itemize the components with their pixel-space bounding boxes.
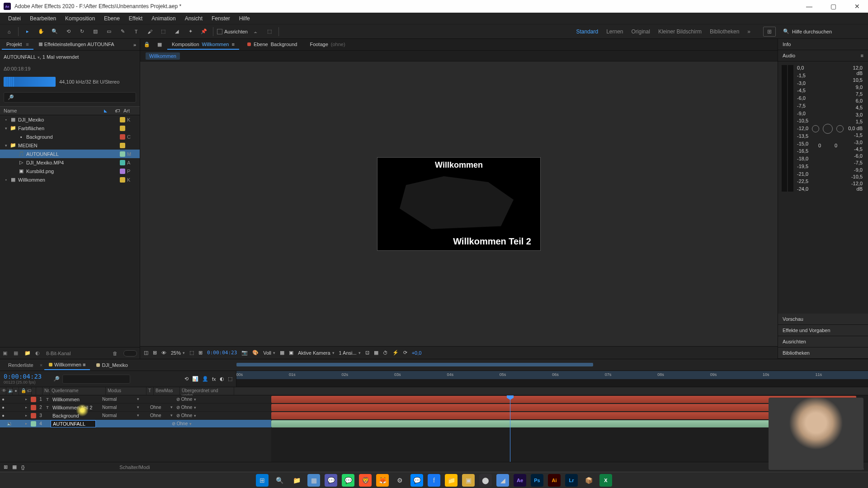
project-item[interactable]: ▾📁MEDIEN [0, 141, 140, 150]
start-icon[interactable]: ⊞ [256, 474, 269, 487]
timeline-timecode[interactable]: 0:00:04:23 [4, 373, 46, 380]
timeline-layer[interactable]: ●▸2TWillkommen Teil 2Normal▾Ohne▾⊘ Ohne … [0, 404, 271, 412]
tl-comp-icon[interactable]: ⟲ [184, 376, 189, 382]
menu-komposition[interactable]: Komposition [61, 14, 99, 23]
comp-tab-layer-icon[interactable]: ▦ [156, 42, 164, 47]
res-select[interactable]: Voll▾ [263, 350, 275, 356]
brave-icon[interactable]: 🦁 [359, 474, 372, 487]
brush-tool[interactable]: 🖌 [144, 26, 155, 37]
shape-tool[interactable]: ▭ [104, 26, 114, 37]
files-icon[interactable]: 📁 [445, 474, 458, 487]
col-t[interactable]: T [146, 387, 154, 395]
tab-effects[interactable]: Effekteinstellungen AUTOUNFA [34, 40, 131, 50]
firefox-icon[interactable]: 🦊 [376, 474, 389, 487]
lr-icon[interactable]: Lr [565, 474, 578, 487]
ws-original[interactable]: Original [632, 28, 650, 35]
new-comp-icon[interactable]: ▦ [14, 350, 21, 356]
col-parent[interactable]: Übergeordnet und verkn... [180, 387, 234, 395]
eraser-tool[interactable]: ◢ [171, 26, 182, 37]
tab-vorschau[interactable]: Vorschau [778, 314, 868, 325]
search-taskbar-icon[interactable]: 🔍 [273, 474, 286, 487]
close-tab-icon[interactable]: × [40, 362, 42, 368]
search-toggle[interactable] [123, 350, 137, 357]
mask-icon[interactable]: 👁 [161, 350, 166, 356]
ws-standard[interactable]: Standard [576, 28, 598, 35]
comp-breadcrumb[interactable]: Willkommen [146, 52, 180, 60]
menu-ebene[interactable]: Ebene [99, 14, 124, 23]
project-item[interactable]: ▪BackgroundC [0, 132, 140, 141]
close-button[interactable]: ✕ [850, 1, 864, 12]
tab-audio[interactable]: Audio≡ [778, 50, 868, 61]
snap-tool[interactable]: ⫠ [250, 26, 261, 37]
mask-tool[interactable]: ⬚ [264, 26, 275, 37]
tl-tab-dji[interactable]: DJI_Mexiko [92, 361, 132, 370]
app3-icon[interactable]: ◢ [496, 474, 509, 487]
project-item[interactable]: ▪▦WillkommenK [0, 175, 140, 184]
menu-bearbeiten[interactable]: Bearbeiten [25, 14, 61, 23]
explorer-icon[interactable]: 📁 [290, 474, 303, 487]
roto-tool[interactable]: ✦ [185, 26, 196, 37]
menu-hilfe[interactable]: Hilfe [235, 14, 255, 23]
zoom-select[interactable]: 25%▾ [171, 350, 185, 356]
project-search[interactable]: 🔎 [4, 92, 136, 103]
timeline-layer[interactable]: 🔉▸4⊘ Ohne ▾ [0, 420, 271, 428]
ws-edit-icon[interactable]: ⊞ [763, 27, 776, 37]
obs-icon[interactable]: ⬤ [479, 474, 492, 487]
excel-icon[interactable]: X [599, 474, 612, 487]
ws-lernen[interactable]: Lernen [606, 28, 623, 35]
home-icon[interactable]: ⌂ [4, 26, 14, 37]
ws-bib[interactable]: Bibliotheken [710, 28, 739, 35]
timeline-layer[interactable]: ●▸3BackgroundNormal▾Ohne▾⊘ Ohne ▾ [0, 412, 271, 420]
new-adjust-icon[interactable]: ◐ [35, 350, 42, 356]
pen-tool[interactable]: ✎ [117, 26, 128, 37]
ws-more-icon[interactable]: » [747, 28, 750, 35]
tl-frame-icon[interactable]: ▦ [12, 464, 17, 470]
transparency-icon[interactable]: ▦ [280, 350, 284, 356]
menu-effekt[interactable]: Effekt [124, 14, 147, 23]
tab-bibliotheken[interactable]: Bibliotheken [778, 347, 868, 359]
col-nr[interactable]: Nr. [42, 387, 50, 395]
widgets-icon[interactable]: ▦ [307, 474, 320, 487]
orbit-tool[interactable]: ⟲ [63, 26, 74, 37]
knob-l[interactable] [812, 125, 819, 132]
ai-icon[interactable]: Ai [548, 474, 561, 487]
tab-info[interactable]: Info [778, 39, 868, 50]
tl-mb-icon[interactable]: ◐ [220, 376, 224, 382]
rotate-tool[interactable]: ↻ [76, 26, 87, 37]
col-mode[interactable]: Modus [106, 387, 146, 395]
ws-klein[interactable]: Kleiner Bildschirm [658, 28, 702, 35]
tab-ausrichten[interactable]: Ausrichten [778, 336, 868, 347]
col-label-icon[interactable]: ◣ [104, 108, 111, 113]
exposure[interactable]: +0,0 [412, 350, 422, 356]
knob-r[interactable] [836, 125, 844, 132]
trash-icon[interactable]: 🗑 [113, 351, 120, 356]
menu-ansicht[interactable]: Ansicht [180, 14, 207, 23]
tab-komposition[interactable]: Komposition Willkommen ≡ [167, 40, 239, 50]
tab-projekt[interactable]: Projekt ≡ [2, 40, 33, 50]
tl-toggle-icon[interactable]: ⊞ [4, 464, 8, 470]
app1-icon[interactable]: ⚙ [393, 474, 406, 487]
switch-modes[interactable]: Schalter/Modi [119, 465, 150, 470]
tl-fx-icon[interactable]: fx [212, 376, 216, 382]
snapshot-icon[interactable]: 📷 [241, 350, 248, 356]
timeline-search[interactable] [62, 375, 130, 384]
tl-graph-icon[interactable]: 📊 [192, 376, 198, 382]
ae-icon[interactable]: Ae [514, 474, 526, 487]
knob-master[interactable] [823, 124, 833, 134]
pixel-icon[interactable]: ⊡ [365, 350, 369, 356]
views-select[interactable]: 1 Ansi...▾ [339, 350, 361, 356]
menu-animation[interactable]: Animation [147, 14, 180, 23]
tab-footage[interactable]: Footage (ohne) [305, 40, 349, 50]
text-tool[interactable]: T [131, 26, 142, 37]
menu-datei[interactable]: Datei [4, 14, 25, 23]
maximize-button[interactable]: ▢ [826, 1, 841, 12]
ps-icon[interactable]: Ps [531, 474, 543, 487]
panel-more-icon[interactable]: » [132, 42, 138, 47]
3d-icon[interactable]: ▣ [289, 350, 293, 356]
tl-draft-icon[interactable]: ⬚ [228, 376, 232, 382]
hand-tool[interactable]: ✋ [36, 26, 47, 37]
messenger-icon[interactable]: 💬 [410, 474, 423, 487]
col-source[interactable]: Quellenname [50, 387, 106, 395]
tl-tab-render[interactable]: Renderliste [4, 361, 38, 370]
grid-icon[interactable]: ⊞ [198, 350, 203, 356]
